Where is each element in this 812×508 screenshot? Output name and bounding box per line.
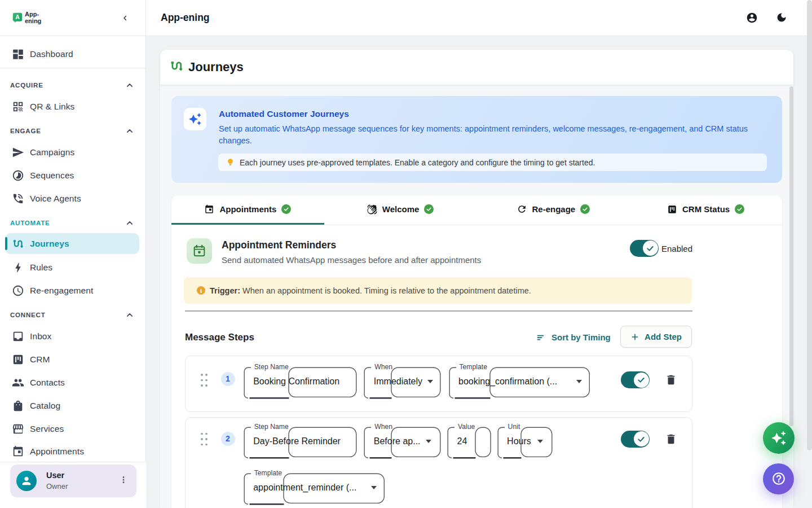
svg-text:A: A: [15, 14, 20, 20]
